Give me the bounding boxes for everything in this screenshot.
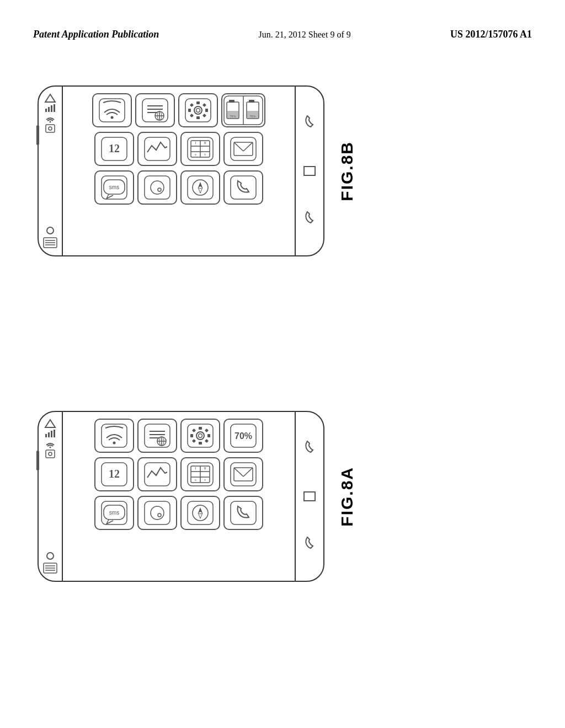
svg-point-79 (113, 442, 116, 445)
phone-screen-8b: 70% 70% 12 (63, 87, 295, 255)
sidebar-bottom-8a (44, 552, 57, 573)
settings-sidebar-icon (45, 124, 55, 133)
signal-icon (45, 104, 55, 112)
app-number-icon-8a: 12 (94, 457, 134, 491)
svg-point-73 (49, 452, 52, 456)
svg-text:70%: 70% (250, 115, 256, 118)
app-wave-icon (137, 132, 177, 166)
app-battery-70-overlay-icon: 70% (223, 419, 263, 453)
svg-rect-38 (249, 100, 254, 103)
svg-point-120 (158, 513, 161, 517)
app-table-icon: + × I II (180, 132, 220, 166)
svg-text:+: + (194, 478, 197, 483)
app-phone-icon-8a (223, 496, 263, 530)
svg-rect-80 (145, 424, 170, 447)
svg-rect-24 (188, 109, 191, 112)
app-wave-icon-8a (137, 457, 177, 491)
svg-text:70%: 70% (234, 431, 252, 441)
app-sms-icon: sms (94, 170, 134, 205)
right-phone-top-icon (303, 115, 316, 131)
app-navigation-icon (180, 170, 220, 205)
svg-rect-54 (234, 142, 253, 156)
menu-icon-8a (44, 563, 57, 573)
svg-rect-90 (190, 434, 193, 437)
svg-rect-112 (234, 468, 253, 481)
app-row-3-8a: sms (67, 496, 290, 530)
svg-text:I: I (195, 141, 196, 145)
phone-body-8a: 70% 12 (38, 411, 324, 582)
sidebar-icons (45, 94, 55, 133)
right-phone-top-icon-8a (303, 440, 316, 457)
svg-rect-26 (190, 103, 194, 107)
svg-point-61 (151, 181, 164, 194)
app-document-icon-8a (137, 419, 177, 453)
svg-rect-123 (231, 501, 256, 524)
svg-text:II: II (204, 141, 206, 145)
svg-text:70%: 70% (230, 115, 236, 118)
svg-point-21 (194, 106, 202, 114)
figure-8a: 70% 12 (38, 411, 356, 582)
app-table-icon-8a: + × I II (180, 457, 220, 491)
svg-text:×: × (204, 478, 206, 483)
app-number-icon: 12 (94, 132, 134, 166)
wifi-icon-8a (45, 440, 55, 447)
app-battery-split-icon: 70% 70% (221, 93, 265, 127)
svg-text:II: II (204, 466, 206, 470)
app-row-2: 12 (67, 132, 290, 166)
svg-rect-25 (205, 109, 208, 112)
svg-rect-28 (190, 114, 194, 117)
app-camera-icon (137, 170, 177, 205)
app-row-2-8a: 12 (67, 457, 290, 491)
svg-rect-1 (45, 109, 47, 112)
svg-rect-60 (145, 176, 170, 199)
phone-screen-8a: 70% 12 (63, 412, 295, 581)
app-wifi-icon (92, 93, 132, 127)
svg-rect-93 (205, 429, 209, 432)
app-phone-icon (223, 170, 263, 205)
signal-icon-8a (45, 430, 55, 437)
home-circle-8a (46, 552, 54, 560)
app-camera-icon-8a (137, 496, 177, 530)
phone-8b: 70% 70% 12 (38, 85, 324, 256)
right-phone-bottom-icon-8a (303, 536, 316, 553)
svg-rect-72 (46, 450, 55, 458)
svg-rect-29 (202, 114, 206, 117)
svg-rect-3 (51, 105, 52, 112)
svg-text:12: 12 (109, 468, 120, 480)
app-navigation-icon-8a (180, 496, 220, 530)
svg-rect-67 (45, 434, 47, 437)
wifi-icon (45, 114, 55, 122)
volume-button (36, 125, 39, 145)
app-wifi-icon-8a (94, 419, 134, 453)
home-circle (46, 227, 54, 234)
svg-point-71 (50, 447, 51, 448)
svg-text:×: × (204, 152, 206, 157)
figure-8b-label: FIG.8B (338, 141, 356, 201)
svg-line-114 (243, 468, 253, 477)
svg-marker-0 (45, 94, 55, 102)
svg-marker-66 (45, 420, 55, 427)
svg-rect-69 (51, 431, 52, 437)
svg-point-7 (49, 127, 52, 130)
svg-rect-89 (199, 442, 202, 445)
svg-rect-65 (231, 176, 256, 199)
svg-text:I: I (195, 466, 196, 470)
phone-right-panel-8a (295, 412, 323, 581)
svg-line-113 (234, 468, 243, 477)
svg-rect-14 (142, 99, 168, 122)
phone-right-panel-8b (295, 87, 323, 255)
svg-rect-95 (205, 439, 209, 443)
svg-rect-94 (192, 439, 196, 443)
svg-rect-91 (207, 434, 210, 437)
phone-8a: 70% 12 (38, 411, 324, 582)
right-square-btn (303, 166, 316, 176)
volume-button-8a (36, 451, 39, 470)
publication-title: Patent Application Publication (33, 29, 159, 40)
svg-rect-68 (48, 432, 50, 437)
svg-line-56 (243, 142, 253, 151)
settings-sidebar-icon-8a (45, 449, 55, 458)
svg-rect-92 (192, 429, 196, 432)
phone-sidebar-8a (39, 412, 63, 581)
right-phone-bottom-icon (303, 211, 316, 227)
svg-rect-34 (229, 100, 234, 103)
